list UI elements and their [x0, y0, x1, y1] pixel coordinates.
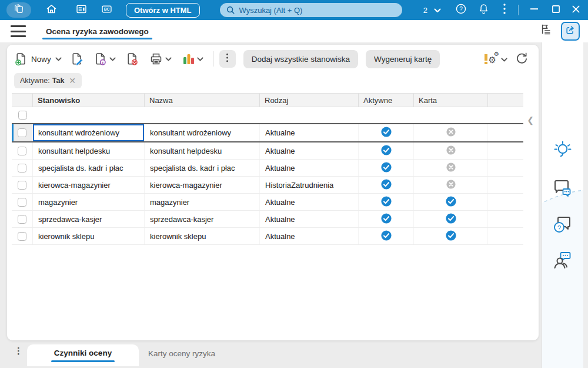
column-header-aktywne[interactable]: Aktywne	[359, 94, 414, 107]
maximize-button[interactable]	[547, 1, 564, 19]
column-header-stanowisko[interactable]: Stanowisko	[33, 94, 145, 107]
analytics-button[interactable]	[182, 52, 203, 66]
filter-value: Tak	[52, 77, 65, 85]
help-center-button[interactable]: ?	[552, 214, 573, 238]
chevron-down-icon[interactable]	[501, 54, 507, 64]
tab-ocena-ryzyka[interactable]: Ocena ryzyka zawodowego	[35, 20, 159, 42]
cell-stanowisko[interactable]: kierownik sklepu	[33, 228, 145, 244]
tab-karty-oceny-ryzyka[interactable]: Karty oceny ryzyka	[148, 349, 215, 358]
cell-stanowisko[interactable]: konsultant helpdesku	[33, 142, 145, 159]
user-badge[interactable]: 2	[423, 6, 427, 15]
cell-stanowisko[interactable]: kierowca-magazynier	[33, 177, 145, 193]
row-checkbox[interactable]	[18, 198, 26, 207]
table-row[interactable]: sprzedawca-kasjer sprzedawca-kasjer Aktu…	[12, 211, 523, 228]
search-input[interactable]: Wyszukaj (Alt + Q)	[220, 3, 402, 17]
filter-chip-aktywne[interactable]: Aktywne: Tak ✕	[14, 73, 82, 88]
cell-nazwa[interactable]: magazynier	[145, 194, 260, 210]
cell-stanowisko[interactable]: konsultant wdrożeniowy	[33, 124, 145, 141]
cell-nazwa[interactable]: specjalista ds. kadr i płac	[145, 160, 260, 176]
cell-rodzaj[interactable]: Aktualne	[260, 194, 359, 210]
tab-czynniki-oceny[interactable]: Czynniki oceny	[27, 344, 139, 366]
table-row[interactable]: konsultant helpdesku konsultant helpdesk…	[12, 142, 523, 160]
remove-filter-icon[interactable]: ✕	[69, 76, 76, 85]
table-row[interactable]: kierowca-magazynier kierowca-magazynier …	[12, 177, 523, 194]
app-menu-button[interactable]	[6, 2, 31, 18]
chevron-down-icon[interactable]	[109, 57, 116, 61]
row-checkbox[interactable]	[18, 215, 26, 224]
cell-rodzaj[interactable]: Aktualne	[260, 228, 359, 244]
feedback-button[interactable]	[552, 177, 573, 200]
row-checkbox[interactable]	[18, 147, 26, 155]
column-header-nazwa[interactable]: Nazwa	[145, 94, 260, 107]
chevron-down-icon[interactable]	[165, 57, 172, 61]
help-icon: ?	[455, 3, 467, 17]
pin-list-button[interactable]	[540, 23, 553, 39]
main-panel: Nowy	[7, 45, 539, 340]
bc-icon: BC	[101, 3, 113, 18]
open-in-html-button[interactable]: Otwórz w HTML	[126, 3, 200, 18]
news-icon	[75, 3, 88, 18]
refresh-button[interactable]	[514, 51, 528, 67]
cell-nazwa[interactable]: sprzedawca-kasjer	[145, 211, 260, 227]
delete-record-button[interactable]	[125, 52, 139, 66]
row-checkbox[interactable]	[18, 164, 26, 173]
news-button[interactable]	[75, 4, 88, 16]
table-row[interactable]: specjalista ds. kadr i płac specjalista …	[12, 160, 523, 177]
cell-stanowisko[interactable]: specjalista ds. kadr i płac	[33, 160, 145, 176]
ideas-button[interactable]	[553, 140, 573, 163]
collapse-columns-chevron[interactable]: ❮	[527, 115, 534, 125]
share-button[interactable]	[561, 22, 580, 41]
chevron-down-icon[interactable]	[55, 57, 62, 61]
grid-settings-button[interactable]: ⚙⚙	[485, 54, 507, 64]
cell-rodzaj[interactable]: Aktualne	[260, 142, 359, 159]
table-row[interactable]: konsultant wdrożeniowy konsultant wdroże…	[12, 123, 523, 142]
row-checkbox[interactable]	[18, 128, 26, 137]
select-all-checkbox[interactable]	[18, 111, 27, 120]
sidebar-decoration	[542, 42, 584, 368]
filter-row: Aktywne: Tak ✕	[7, 69, 539, 91]
column-header-rodzaj[interactable]: Rodzaj	[260, 94, 359, 107]
bc-module-button[interactable]: BC	[100, 4, 113, 16]
scrollbar-track[interactable]	[583, 42, 588, 368]
column-header-karta[interactable]: Karta	[414, 94, 488, 107]
add-all-positions-button[interactable]: Dodaj wszystkie stanowiska	[243, 50, 358, 68]
cell-nazwa[interactable]: konsultant helpdesku	[145, 142, 260, 159]
cell-stanowisko[interactable]: magazynier	[33, 194, 145, 210]
column-header-filler	[488, 94, 523, 107]
cell-rodzaj[interactable]: Aktualne	[260, 160, 359, 176]
chevron-down-icon[interactable]	[197, 57, 203, 61]
generate-card-button[interactable]: Wygeneruj kartę	[366, 50, 440, 68]
cell-nazwa[interactable]: kierownik sklepu	[145, 228, 260, 244]
more-options-button[interactable]	[498, 4, 511, 16]
table-row[interactable]: kierownik sklepu kierownik sklepu Aktual…	[12, 228, 523, 245]
record-info-button[interactable]: i	[93, 52, 116, 66]
edit-record-button[interactable]	[70, 52, 84, 66]
community-button[interactable]	[552, 250, 573, 273]
edit-document-icon	[70, 52, 84, 66]
bottom-more-button[interactable]: ⋮	[14, 349, 23, 353]
row-checkbox[interactable]	[18, 232, 26, 241]
cell-rodzaj[interactable]: HistoriaZatrudnienia	[260, 177, 359, 193]
table-row[interactable]: magazynier magazynier Aktualne	[12, 194, 523, 211]
cell-nazwa[interactable]: kierowca-magazynier	[145, 177, 260, 193]
minimize-button[interactable]	[526, 1, 543, 19]
hamburger-menu-button[interactable]	[11, 25, 26, 37]
content-area: Nowy	[0, 42, 588, 368]
help-button[interactable]: ?	[455, 4, 467, 16]
user-menu-chevron[interactable]	[432, 4, 443, 16]
cell-rodzaj[interactable]: Aktualne	[260, 211, 359, 227]
cell-nazwa[interactable]: konsultant wdrożeniowy	[145, 124, 260, 141]
print-button[interactable]	[149, 52, 172, 66]
gear-icon: ⚙⚙	[489, 55, 496, 64]
close-button[interactable]	[567, 1, 584, 19]
cell-stanowisko[interactable]: sprzedawca-kasjer	[33, 211, 145, 227]
info-document-icon: i	[93, 52, 108, 66]
row-checkbox[interactable]	[18, 181, 26, 190]
active-check-icon	[381, 196, 392, 208]
notifications-button[interactable]	[477, 4, 490, 16]
more-actions-button[interactable]	[219, 50, 236, 68]
cell-rodzaj[interactable]: Aktualne	[260, 124, 359, 141]
home-button[interactable]	[45, 4, 58, 16]
active-check-icon	[381, 213, 392, 226]
new-record-button[interactable]: Nowy	[14, 52, 62, 66]
